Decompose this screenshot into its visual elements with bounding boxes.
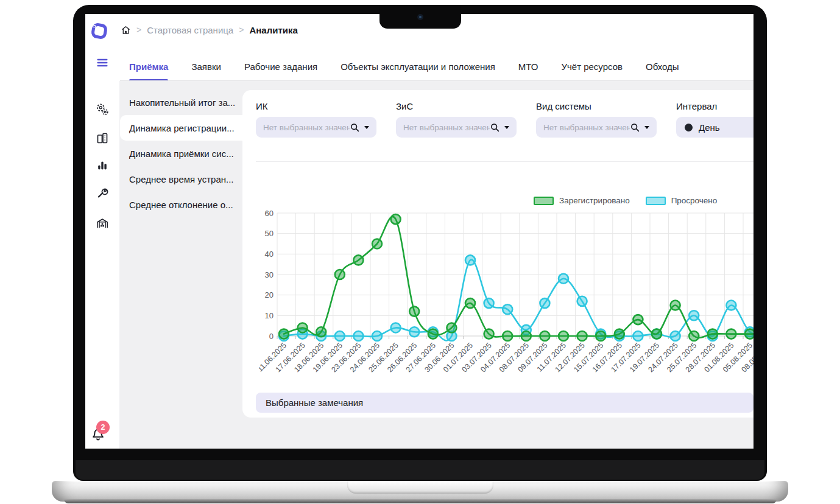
data-point-marker[interactable] xyxy=(652,329,662,339)
filter-placeholder: Нет выбранных значен... xyxy=(403,123,490,132)
data-point-marker[interactable] xyxy=(708,329,718,339)
data-point-marker[interactable] xyxy=(615,329,624,339)
y-axis-label: 20 xyxy=(265,290,274,299)
data-point-marker[interactable] xyxy=(428,329,438,339)
filter-select[interactable]: Нет выбранных значен... xyxy=(256,117,376,138)
data-point-marker[interactable] xyxy=(689,331,699,341)
wrench-icon[interactable] xyxy=(90,180,115,206)
app-logo[interactable] xyxy=(89,21,110,41)
data-point-marker[interactable] xyxy=(484,298,494,308)
data-point-marker[interactable] xyxy=(689,310,699,320)
data-point-marker[interactable] xyxy=(503,304,512,314)
data-point-marker[interactable] xyxy=(335,270,345,279)
breadcrumb-separator: > xyxy=(239,25,244,35)
y-axis-label: 60 xyxy=(265,209,274,218)
data-point-marker[interactable] xyxy=(559,274,568,284)
icon-rail xyxy=(85,46,119,449)
data-point-marker[interactable] xyxy=(577,296,587,306)
gears-icon[interactable] xyxy=(90,97,115,122)
tab-4[interactable]: Объекты эксплуатации и положения xyxy=(341,52,495,81)
data-point-marker[interactable] xyxy=(372,331,382,341)
menu-icon[interactable] xyxy=(90,50,115,75)
filter-select[interactable]: Нет выбранных значен... xyxy=(396,117,517,138)
report-list-item-3[interactable]: Динамика приёмки сис... xyxy=(120,141,243,166)
data-point-marker[interactable] xyxy=(671,301,680,310)
interval-select[interactable]: День xyxy=(676,117,754,138)
report-list-item-4[interactable]: Среднее время устран... xyxy=(120,166,243,192)
data-point-marker[interactable] xyxy=(671,331,680,341)
data-point-marker[interactable] xyxy=(335,331,345,341)
y-axis-label: 40 xyxy=(265,250,274,259)
y-axis-label: 30 xyxy=(265,270,274,279)
home-icon[interactable] xyxy=(121,25,131,35)
report-list: Накопительный итог за...Динамика регистр… xyxy=(120,89,243,217)
report-list-item-1[interactable]: Накопительный итог за... xyxy=(120,89,243,115)
data-point-marker[interactable] xyxy=(745,329,754,339)
data-point-marker[interactable] xyxy=(446,323,456,333)
data-point-marker[interactable] xyxy=(353,331,363,341)
breadcrumb-item-home-page[interactable]: Стартовая страница xyxy=(147,25,233,35)
data-point-marker[interactable] xyxy=(503,331,512,341)
warehouse-icon[interactable] xyxy=(90,211,115,236)
tab-5[interactable]: МТО xyxy=(518,52,538,81)
caret-down-icon xyxy=(504,126,509,129)
data-point-marker[interactable] xyxy=(465,255,475,265)
laptop-hinge xyxy=(76,460,764,480)
tab-2[interactable]: Заявки xyxy=(191,52,221,81)
data-point-marker[interactable] xyxy=(465,298,475,308)
series-line xyxy=(284,260,754,341)
tab-1[interactable]: Приёмка xyxy=(129,52,168,81)
search-icon xyxy=(630,122,640,133)
data-point-marker[interactable] xyxy=(391,214,401,224)
data-point-marker[interactable] xyxy=(633,315,643,324)
tab-3[interactable]: Рабочие задания xyxy=(244,52,317,81)
data-point-marker[interactable] xyxy=(596,331,605,341)
report-list-item-5[interactable]: Среднее отклонение о... xyxy=(120,192,243,217)
filters-row: ИКНет выбранных значен...ЗиСНет выбранны… xyxy=(256,101,754,138)
tab-bar: ПриёмкаЗаявкиРабочие заданияОбъекты эксп… xyxy=(129,46,679,81)
filter-placeholder: Нет выбранных значен... xyxy=(263,123,350,132)
data-point-marker[interactable] xyxy=(540,298,549,308)
data-point-marker[interactable] xyxy=(409,307,419,317)
divider xyxy=(256,161,754,162)
data-point-marker[interactable] xyxy=(316,327,326,337)
data-point-marker[interactable] xyxy=(353,255,363,265)
filter-select[interactable]: Нет выбранных значен... xyxy=(536,117,657,138)
series-line xyxy=(284,217,754,338)
data-point-marker[interactable] xyxy=(391,323,401,333)
filter-label: ИК xyxy=(256,101,376,111)
stage: > Стартовая страница > Аналитика xyxy=(0,0,840,504)
interval-group: ИнтервалДень xyxy=(676,101,754,138)
data-point-marker[interactable] xyxy=(633,331,643,341)
breadcrumb-item-current: Аналитика xyxy=(249,25,297,35)
data-point-marker[interactable] xyxy=(372,239,382,249)
data-point-marker[interactable] xyxy=(540,331,549,341)
data-point-marker[interactable] xyxy=(521,331,531,341)
data-point-marker[interactable] xyxy=(559,331,568,341)
tab-6[interactable]: Учёт ресурсов xyxy=(561,52,623,81)
data-point-marker[interactable] xyxy=(726,329,736,339)
filter-placeholder: Нет выбранных значен... xyxy=(543,123,630,132)
tab-7[interactable]: Обходы xyxy=(646,52,679,81)
buildings-icon[interactable] xyxy=(90,125,115,151)
bar-chart-icon[interactable] xyxy=(90,152,115,178)
analytics-panel: ИКНет выбранных значен...ЗиСНет выбранны… xyxy=(242,90,754,418)
y-axis-label: 0 xyxy=(269,332,274,341)
data-point-marker[interactable] xyxy=(279,329,289,339)
data-point-marker[interactable] xyxy=(409,327,419,337)
filter-group-2: ЗиСНет выбранных значен... xyxy=(396,101,517,138)
y-axis-label: 50 xyxy=(265,229,274,238)
report-list-item-2[interactable]: Динамика регистрации... xyxy=(120,115,243,141)
caret-down-icon xyxy=(364,126,369,129)
selected-remarks-bar[interactable]: Выбранные замечания xyxy=(256,393,754,413)
filter-group-1: ИКНет выбранных значен... xyxy=(256,101,376,138)
filter-group-3: Вид системыНет выбранных значен... xyxy=(536,101,657,138)
data-point-marker[interactable] xyxy=(484,329,494,339)
data-point-marker[interactable] xyxy=(726,301,736,310)
notifications-bell-button[interactable]: 2 xyxy=(89,418,118,446)
data-point-marker[interactable] xyxy=(298,323,308,333)
app-display: > Стартовая страница > Аналитика xyxy=(85,14,754,449)
data-point-marker[interactable] xyxy=(577,331,587,341)
breadcrumb-separator: > xyxy=(136,25,141,35)
line-chart[interactable]: 010203040506011.06.202517.06.202518.06.2… xyxy=(259,204,754,391)
